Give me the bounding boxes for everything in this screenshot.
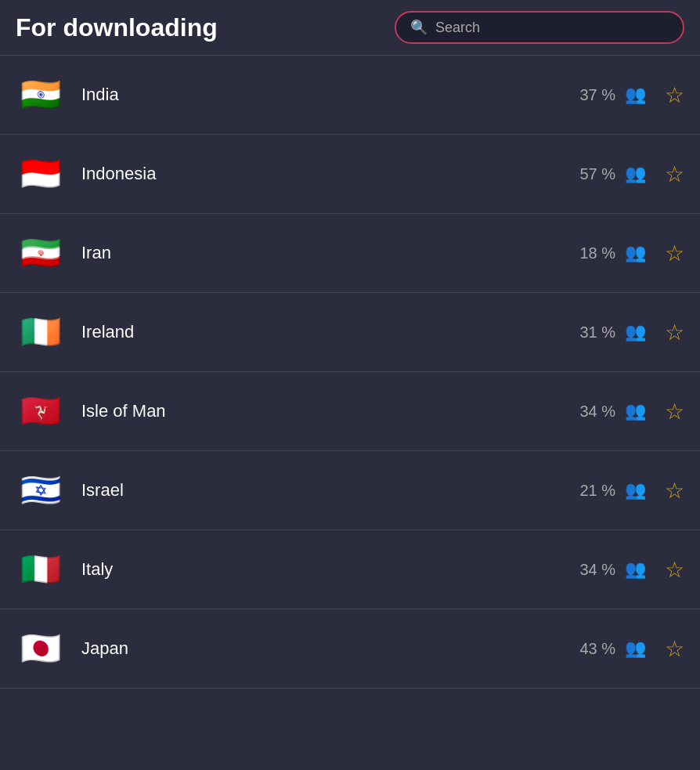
country-flag: 🇮🇹 (16, 544, 66, 595)
country-name: Italy (81, 559, 579, 580)
search-icon: 🔍 (410, 19, 428, 36)
country-stats: 31 % 👥 (579, 322, 646, 342)
country-stats: 57 % 👥 (579, 164, 646, 184)
favorite-button[interactable]: ☆ (665, 320, 684, 345)
search-input[interactable] (435, 20, 669, 36)
country-name: Iran (81, 243, 579, 263)
country-name: Indonesia (81, 164, 579, 184)
country-percentage: 57 % (579, 165, 615, 183)
page-title: For downloading (16, 13, 218, 42)
users-icon: 👥 (625, 243, 646, 263)
country-name: India (81, 85, 579, 105)
country-percentage: 43 % (579, 640, 615, 658)
users-icon: 👥 (625, 480, 646, 501)
country-name: Isle of Man (81, 401, 579, 421)
users-icon: 👥 (625, 559, 646, 580)
app-container: For downloading 🔍 🇮🇳 India 37 % 👥 ☆ 🇮🇩 I… (0, 0, 700, 689)
page-header: For downloading 🔍 (0, 0, 700, 56)
country-flag: 🇮🇪 (16, 307, 66, 357)
country-item: 🇮🇪 Ireland 31 % 👥 ☆ (0, 293, 700, 372)
country-item: 🇮🇲 Isle of Man 34 % 👥 ☆ (0, 372, 700, 451)
country-stats: 43 % 👥 (579, 638, 646, 659)
country-percentage: 18 % (579, 244, 615, 262)
favorite-button[interactable]: ☆ (665, 240, 684, 266)
country-item: 🇯🇵 Japan 43 % 👥 ☆ (0, 609, 700, 689)
users-icon: 👥 (625, 164, 646, 184)
favorite-button[interactable]: ☆ (665, 557, 684, 583)
country-percentage: 34 % (579, 561, 615, 579)
country-stats: 21 % 👥 (579, 480, 646, 501)
country-flag: 🇮🇳 (16, 70, 66, 120)
country-percentage: 31 % (579, 324, 615, 342)
country-name: Israel (81, 480, 579, 501)
country-item: 🇮🇹 Italy 34 % 👥 ☆ (0, 530, 700, 609)
country-stats: 34 % 👥 (579, 559, 646, 580)
favorite-button[interactable]: ☆ (665, 636, 684, 662)
country-percentage: 37 % (579, 86, 615, 104)
favorite-button[interactable]: ☆ (665, 478, 684, 504)
country-item: 🇮🇩 Indonesia 57 % 👥 ☆ (0, 135, 700, 214)
country-flag: 🇮🇩 (16, 149, 66, 199)
country-flag: 🇮🇱 (16, 465, 66, 515)
country-item: 🇮🇷 Iran 18 % 👥 ☆ (0, 214, 700, 293)
favorite-button[interactable]: ☆ (665, 82, 684, 108)
country-flag: 🇮🇷 (16, 228, 66, 278)
country-item: 🇮🇱 Israel 21 % 👥 ☆ (0, 451, 700, 530)
users-icon: 👥 (625, 401, 646, 421)
country-flag: 🇮🇲 (16, 386, 66, 436)
country-percentage: 21 % (579, 482, 615, 500)
country-name: Ireland (81, 322, 579, 342)
country-name: Japan (81, 638, 579, 659)
users-icon: 👥 (625, 322, 646, 342)
country-flag: 🇯🇵 (16, 624, 66, 674)
country-percentage: 34 % (579, 403, 615, 421)
favorite-button[interactable]: ☆ (665, 161, 684, 187)
users-icon: 👥 (625, 638, 646, 659)
search-container[interactable]: 🔍 (395, 11, 684, 44)
country-stats: 37 % 👥 (579, 85, 646, 105)
users-icon: 👥 (625, 85, 646, 105)
favorite-button[interactable]: ☆ (665, 399, 684, 425)
country-item: 🇮🇳 India 37 % 👥 ☆ (0, 56, 700, 135)
country-stats: 34 % 👥 (579, 401, 646, 421)
country-list: 🇮🇳 India 37 % 👥 ☆ 🇮🇩 Indonesia 57 % 👥 ☆ … (0, 56, 700, 689)
country-stats: 18 % 👥 (579, 243, 646, 263)
